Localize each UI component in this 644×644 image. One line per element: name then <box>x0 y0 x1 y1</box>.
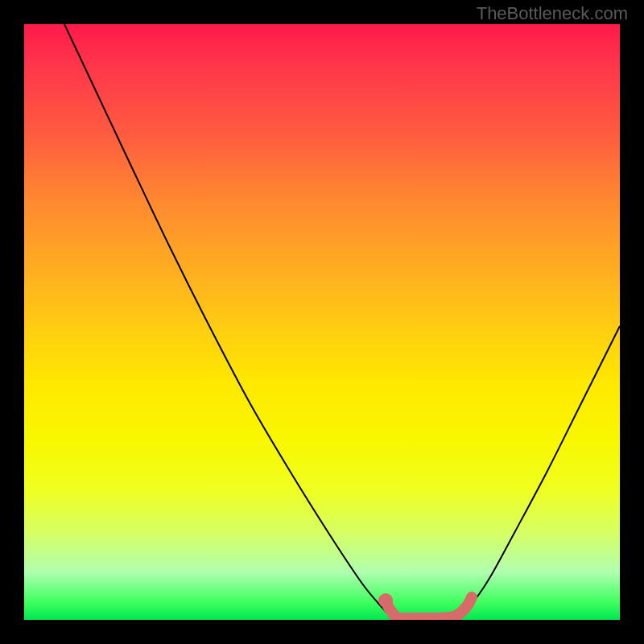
optimal-dot-marker <box>378 593 393 608</box>
optimal-range-highlight-line <box>386 597 472 618</box>
chart-svg <box>24 24 620 620</box>
watermark-text: TheBottleneck.com <box>477 3 628 24</box>
chart-plot-area <box>24 24 620 620</box>
bottleneck-curve-line <box>64 24 620 619</box>
